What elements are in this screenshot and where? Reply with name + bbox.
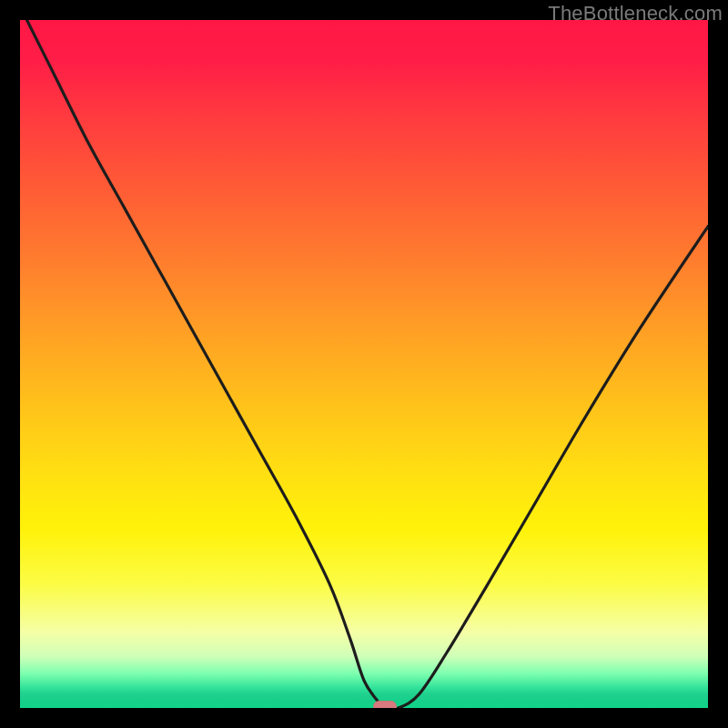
chart-frame: TheBottleneck.com: [0, 0, 728, 728]
bottleneck-curve: [20, 20, 708, 708]
plot-area: [20, 20, 708, 708]
optimum-marker: [373, 701, 397, 708]
watermark-text: TheBottleneck.com: [548, 2, 723, 25]
